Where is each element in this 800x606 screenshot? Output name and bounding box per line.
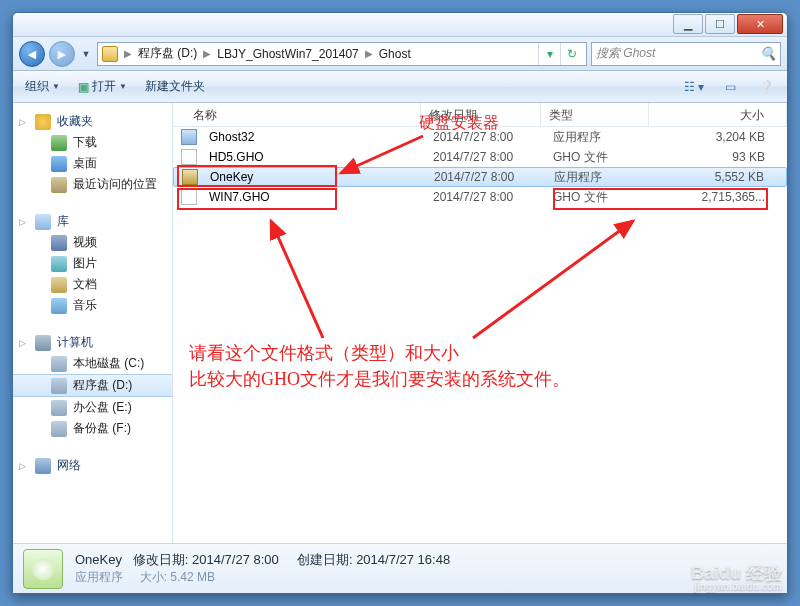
minimize-button[interactable]: ▁ xyxy=(673,14,703,34)
download-icon xyxy=(51,135,67,151)
app-icon xyxy=(181,129,197,145)
navigation-pane[interactable]: ▷收藏夹 下载 桌面 最近访问的位置 ▷库 视频 图片 文档 音乐 ▷计算机 本… xyxy=(13,103,173,543)
favorites-group[interactable]: ▷收藏夹 xyxy=(13,109,172,132)
watermark: Baidu 经验 jingyan.baidu.com xyxy=(691,564,782,592)
maximize-button[interactable]: ☐ xyxy=(705,14,735,34)
network-icon xyxy=(35,458,51,474)
file-icon xyxy=(181,149,197,165)
svg-line-1 xyxy=(271,221,323,338)
view-options[interactable]: ☷ ▾ xyxy=(681,76,707,98)
file-icon xyxy=(181,189,197,205)
app-icon xyxy=(182,169,198,185)
sidebar-item-pictures[interactable]: 图片 xyxy=(13,253,172,274)
sidebar-item-documents[interactable]: 文档 xyxy=(13,274,172,295)
breadcrumb[interactable]: 程序盘 (D:) xyxy=(134,45,201,62)
sidebar-item-downloads[interactable]: 下载 xyxy=(13,132,172,153)
close-button[interactable]: ✕ xyxy=(737,14,783,34)
search-placeholder: 搜索 Ghost xyxy=(596,45,655,62)
drive-icon xyxy=(51,421,67,437)
column-type[interactable]: 类型 xyxy=(541,103,649,126)
file-large-icon xyxy=(23,549,63,589)
drive-icon xyxy=(51,400,67,416)
open-button[interactable]: ▣打开▼ xyxy=(74,76,131,97)
history-dropdown[interactable]: ▼ xyxy=(79,45,93,63)
arrow-icon xyxy=(463,213,643,343)
drive-icon xyxy=(51,356,67,372)
sidebar-item-drive-c[interactable]: 本地磁盘 (C:) xyxy=(13,353,172,374)
titlebar[interactable]: ▁ ☐ ✕ xyxy=(13,13,787,37)
svg-line-2 xyxy=(473,221,633,338)
search-input[interactable]: 搜索 Ghost 🔍 xyxy=(591,42,781,66)
file-rows: Ghost32 2014/7/27 8:00 应用程序 3,204 KB HD5… xyxy=(173,127,787,207)
search-icon: 🔍 xyxy=(760,46,776,61)
annotation-text: 请看这个文件格式（类型）和大小 xyxy=(189,341,459,365)
breadcrumb[interactable]: Ghost xyxy=(375,47,415,61)
column-name[interactable]: 名称 xyxy=(173,103,421,126)
back-button[interactable]: ◄ xyxy=(19,41,45,67)
column-size[interactable]: 大小 xyxy=(649,103,787,126)
refresh-button[interactable]: ↻ xyxy=(560,43,582,65)
star-icon xyxy=(35,114,51,130)
new-folder-button[interactable]: 新建文件夹 xyxy=(141,76,209,97)
details-filename: OneKey xyxy=(75,552,122,567)
sidebar-item-recent[interactable]: 最近访问的位置 xyxy=(13,174,172,195)
document-icon xyxy=(51,277,67,293)
computer-group[interactable]: ▷计算机 xyxy=(13,330,172,353)
breadcrumb-sep: ▶ xyxy=(201,48,213,59)
folder-icon xyxy=(102,46,118,62)
explorer-window: ▁ ☐ ✕ ◄ ► ▼ ▶ 程序盘 (D:) ▶ LBJY_GhostWin7_… xyxy=(12,12,788,594)
file-row[interactable]: HD5.GHO 2014/7/27 8:00 GHO 文件 93 KB xyxy=(173,147,787,167)
address-bar[interactable]: ▶ 程序盘 (D:) ▶ LBJY_GhostWin7_201407 ▶ Gho… xyxy=(97,42,587,66)
annotation-text: 比较大的GHO文件才是我们要安装的系统文件。 xyxy=(189,367,570,391)
sidebar-item-desktop[interactable]: 桌面 xyxy=(13,153,172,174)
file-row[interactable]: Ghost32 2014/7/27 8:00 应用程序 3,204 KB xyxy=(173,127,787,147)
details-type: 应用程序 xyxy=(75,570,123,584)
arrow-icon xyxy=(263,213,343,343)
breadcrumb[interactable]: LBJY_GhostWin7_201407 xyxy=(213,47,362,61)
column-date[interactable]: 修改日期 xyxy=(421,103,541,126)
sidebar-item-videos[interactable]: 视频 xyxy=(13,232,172,253)
sidebar-item-drive-d[interactable]: 程序盘 (D:) xyxy=(13,374,172,397)
details-pane: OneKey 修改日期: 2014/7/27 8:00 创建日期: 2014/7… xyxy=(13,543,787,593)
column-headers[interactable]: 名称 修改日期 类型 大小 xyxy=(173,103,787,127)
organize-menu[interactable]: 组织▼ xyxy=(21,76,64,97)
address-dropdown[interactable]: ▾ xyxy=(538,43,560,65)
music-icon xyxy=(51,298,67,314)
library-icon xyxy=(35,214,51,230)
sidebar-item-drive-f[interactable]: 备份盘 (F:) xyxy=(13,418,172,439)
preview-pane-toggle[interactable]: ▭ xyxy=(717,76,743,98)
file-row[interactable]: WIN7.GHO 2014/7/27 8:00 GHO 文件 2,715,365… xyxy=(173,187,787,207)
command-bar: 组织▼ ▣打开▼ 新建文件夹 ☷ ▾ ▭ ❔ xyxy=(13,71,787,103)
libraries-group[interactable]: ▷库 xyxy=(13,209,172,232)
help-button[interactable]: ❔ xyxy=(753,76,779,98)
sidebar-item-music[interactable]: 音乐 xyxy=(13,295,172,316)
file-row-selected[interactable]: OneKey 2014/7/27 8:00 应用程序 5,552 KB xyxy=(173,167,787,187)
navigation-bar: ◄ ► ▼ ▶ 程序盘 (D:) ▶ LBJY_GhostWin7_201407… xyxy=(13,37,787,71)
sidebar-item-drive-e[interactable]: 办公盘 (E:) xyxy=(13,397,172,418)
forward-button[interactable]: ► xyxy=(49,41,75,67)
breadcrumb-sep: ▶ xyxy=(363,48,375,59)
drive-icon xyxy=(51,378,67,394)
picture-icon xyxy=(51,256,67,272)
network-group[interactable]: ▷网络 xyxy=(13,453,172,476)
video-icon xyxy=(51,235,67,251)
recent-icon xyxy=(51,177,67,193)
computer-icon xyxy=(35,335,51,351)
file-list-pane: 名称 修改日期 类型 大小 Ghost32 2014/7/27 8:00 应用程… xyxy=(173,103,787,543)
desktop-icon xyxy=(51,156,67,172)
breadcrumb-sep: ▶ xyxy=(122,48,134,59)
